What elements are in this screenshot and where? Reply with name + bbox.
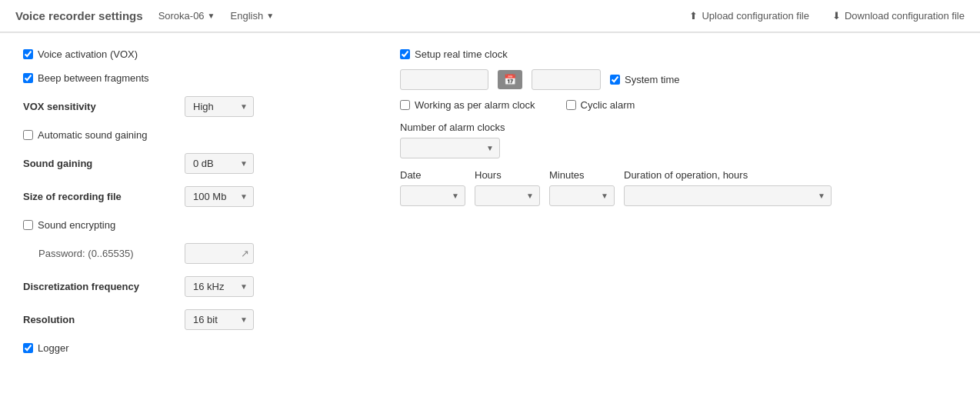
clock-header-row: Setup real time clock (400, 48, 957, 60)
resolution-label: Resolution (23, 314, 185, 325)
top-bar: Voice recorder settings Soroka-06 ▼ Engl… (0, 0, 980, 32)
left-panel: Voice activation (VOX) Beep between frag… (23, 48, 369, 366)
clock-inputs-row: 25.04.2019 📅 9:25:37 System time (400, 69, 957, 90)
password-input-wrap: ↗ (185, 243, 254, 264)
alarm-minutes-select[interactable] (549, 185, 615, 206)
beep-row: Beep between fragments (23, 72, 369, 84)
alarm-options-row: Working as per alarm clock Cyclic alarm (400, 99, 957, 111)
upload-icon: ⬆ (689, 10, 698, 22)
discretization-row: Discretization frequency 16 kHz 8 kHz 32… (23, 276, 369, 297)
alarm-hours-select[interactable] (475, 185, 540, 206)
alarm-count-select[interactable]: 1 2 3 (400, 138, 500, 158)
cyclic-alarm-checkbox[interactable] (566, 100, 576, 110)
alarm-table-row: ▼ ▼ ▼ ▼ (400, 185, 957, 206)
resolution-row: Resolution 16 bit 8 bit ▼ (23, 309, 369, 330)
size-select[interactable]: 100 Mb 200 Mb 500 Mb (185, 186, 254, 207)
vox-sensitivity-row: VOX sensitivity High Medium Low ▼ (23, 96, 369, 117)
date-select-wrap: ▼ (400, 185, 465, 206)
password-arrow-icon: ↗ (241, 248, 249, 259)
device-chevron-icon: ▼ (208, 12, 215, 20)
alarm-count-select-wrap: 1 2 3 ▼ (400, 138, 500, 158)
download-icon: ⬇ (832, 10, 841, 22)
vox-sensitivity-select-wrap: High Medium Low ▼ (185, 96, 254, 117)
working-alarm-checkbox[interactable] (400, 100, 410, 110)
vox-sensitivity-label: VOX sensitivity (23, 101, 185, 112)
upload-config-button[interactable]: ⬆ Upload configuration file (689, 10, 808, 22)
calendar-icon: 📅 (504, 74, 516, 85)
alarm-count-label: Number of alarm clocks (400, 122, 957, 133)
auto-sound-label[interactable]: Automatic sound gaining (23, 129, 147, 141)
alarm-table-header: Date Hours Minutes Duration of operation… (400, 169, 957, 181)
voice-activation-row: Voice activation (VOX) (23, 48, 369, 60)
setup-clock-checkbox[interactable] (400, 49, 410, 59)
app-title: Voice recorder settings (15, 9, 143, 22)
alarm-date-select[interactable] (400, 185, 465, 206)
right-panel: Setup real time clock 25.04.2019 📅 9:25:… (400, 48, 957, 366)
sound-gaining-row: Sound gaining 0 dB 6 dB 12 dB ▼ (23, 153, 369, 174)
working-alarm-label[interactable]: Working as per alarm clock (400, 99, 535, 111)
sound-encrypting-checkbox[interactable] (23, 220, 33, 230)
password-row: Password: (0..65535) ↗ (38, 243, 369, 264)
beep-label[interactable]: Beep between fragments (23, 72, 149, 84)
sound-gaining-label: Sound gaining (23, 158, 185, 169)
cyclic-alarm-label[interactable]: Cyclic alarm (566, 99, 635, 111)
date-input[interactable]: 25.04.2019 (400, 69, 488, 90)
system-time-checkbox[interactable] (610, 75, 620, 85)
minutes-select-wrap: ▼ (549, 185, 615, 206)
setup-clock-label[interactable]: Setup real time clock (400, 48, 508, 60)
voice-activation-label[interactable]: Voice activation (VOX) (23, 48, 138, 60)
beep-checkbox[interactable] (23, 73, 33, 83)
hours-select-wrap: ▼ (475, 185, 540, 206)
size-recording-row: Size of recording file 100 Mb 200 Mb 500… (23, 186, 369, 207)
duration-select-wrap: ▼ (624, 185, 832, 206)
sound-gaining-select-wrap: 0 dB 6 dB 12 dB ▼ (185, 153, 254, 174)
col-date-header: Date (400, 169, 465, 181)
logger-checkbox[interactable] (23, 343, 33, 353)
sound-encrypting-row: Sound encrypting (23, 219, 369, 231)
resolution-select-wrap: 16 bit 8 bit ▼ (185, 309, 254, 330)
sound-gaining-select[interactable]: 0 dB 6 dB 12 dB (185, 153, 254, 174)
download-config-button[interactable]: ⬇ Download configuration file (832, 10, 965, 22)
lang-chevron-icon: ▼ (266, 12, 274, 20)
time-input[interactable]: 9:25:37 (532, 69, 601, 90)
alarm-count-section: Number of alarm clocks 1 2 3 ▼ (400, 122, 957, 158)
discretization-select[interactable]: 16 kHz 8 kHz 32 kHz (185, 276, 254, 297)
clock-section: Setup real time clock 25.04.2019 📅 9:25:… (400, 48, 957, 206)
language-selector[interactable]: English ▼ (231, 10, 275, 22)
col-minutes-header: Minutes (549, 169, 615, 181)
voice-activation-checkbox[interactable] (23, 49, 33, 59)
calendar-button[interactable]: 📅 (498, 70, 522, 89)
logger-label[interactable]: Logger (23, 342, 68, 354)
resolution-select[interactable]: 16 bit 8 bit (185, 309, 254, 330)
col-duration-header: Duration of operation, hours (624, 169, 832, 181)
password-label: Password: (0..65535) (38, 248, 185, 259)
size-select-wrap: 100 Mb 200 Mb 500 Mb ▼ (185, 186, 254, 207)
device-selector[interactable]: Soroka-06 ▼ (158, 10, 215, 22)
size-recording-label: Size of recording file (23, 191, 185, 202)
auto-sound-row: Automatic sound gaining (23, 129, 369, 141)
discretization-select-wrap: 16 kHz 8 kHz 32 kHz ▼ (185, 276, 254, 297)
system-time-label[interactable]: System time (610, 74, 680, 85)
alarm-duration-select[interactable] (624, 185, 832, 206)
discretization-label: Discretization frequency (23, 281, 185, 292)
col-hours-header: Hours (475, 169, 540, 181)
logger-row: Logger (23, 342, 369, 354)
vox-sensitivity-select[interactable]: High Medium Low (185, 96, 254, 117)
auto-sound-checkbox[interactable] (23, 130, 33, 140)
sound-encrypting-label[interactable]: Sound encrypting (23, 219, 115, 231)
